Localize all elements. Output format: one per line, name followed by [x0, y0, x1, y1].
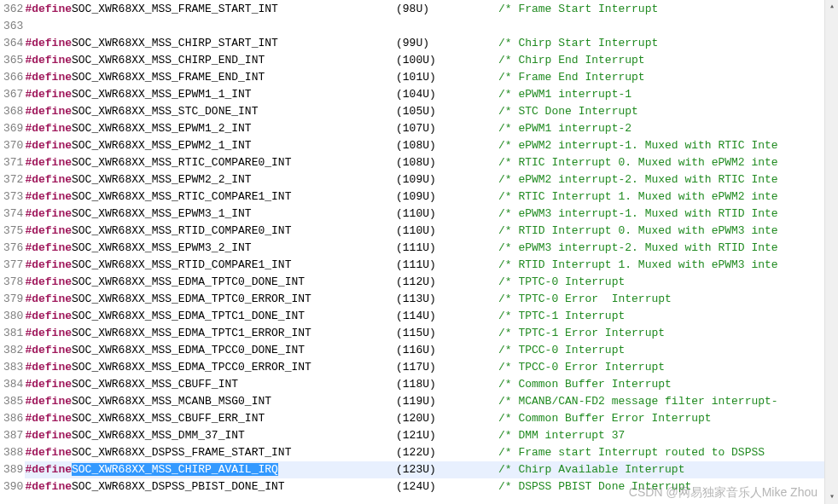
preprocessor-keyword: #define: [25, 120, 72, 137]
macro-name[interactable]: SOC_XWR68XX_MSS_MCANB_MSG0_INT: [72, 395, 271, 408]
macro-value: (104U): [396, 88, 436, 101]
line-number: 376: [3, 240, 23, 257]
preprocessor-keyword: #define: [25, 103, 72, 120]
code-line[interactable]: #define SOC_XWR68XX_MSS_EDMA_TPCC0_ERROR…: [25, 359, 838, 376]
macro-name[interactable]: SOC_XWR68XX_MSS_EPWM3_2_INT: [72, 241, 252, 254]
macro-value: (122U): [396, 446, 436, 459]
comment: /* ePWM1 interrupt-2: [498, 120, 631, 137]
comment: /* RTID Interrupt 0. Muxed with ePWM3 in…: [498, 223, 778, 240]
macro-name[interactable]: SOC_XWR68XX_MSS_EPWM1_1_INT: [72, 88, 252, 101]
macro-value: (115U): [396, 327, 436, 339]
code-line[interactable]: #define SOC_XWR68XX_MSS_EPWM2_2_INT(109U…: [25, 171, 838, 188]
code-line[interactable]: #define SOC_XWR68XX_MSS_FRAME_START_INT(…: [25, 1, 838, 18]
comment: /* ePWM3 interrupt-2. Muxed with RTID In…: [498, 240, 778, 257]
code-line[interactable]: #define SOC_XWR68XX_MSS_FRAME_END_INT(10…: [25, 69, 838, 86]
scroll-down-button[interactable]: ▾: [825, 490, 838, 504]
code-line[interactable]: #define SOC_XWR68XX_MSS_CHIRP_END_INT(10…: [25, 52, 838, 69]
macro-name[interactable]: SOC_XWR68XX_MSS_EDMA_TPTC0_DONE_INT: [72, 275, 305, 288]
code-line[interactable]: #define SOC_XWR68XX_MSS_DMM_37_INT(121U)…: [25, 427, 838, 444]
code-line[interactable]: #define SOC_XWR68XX_MSS_EPWM3_2_INT(111U…: [25, 240, 838, 257]
macro-value: (110U): [396, 207, 436, 220]
line-number: 371: [3, 154, 23, 171]
macro-value: (107U): [396, 122, 436, 135]
code-line[interactable]: #define SOC_XWR68XX_MSS_RTID_COMPARE1_IN…: [25, 257, 838, 274]
macro-name[interactable]: SOC_XWR68XX_MSS_EDMA_TPCC0_DONE_INT: [72, 344, 305, 356]
code-line[interactable]: #define SOC_XWR68XX_MSS_CHIRP_START_INT(…: [25, 35, 838, 52]
macro-name[interactable]: SOC_XWR68XX_MSS_EDMA_TPTC0_ERROR_INT: [72, 293, 311, 305]
code-line[interactable]: #define SOC_XWR68XX_MSS_EPWM1_2_INT(107U…: [25, 120, 838, 137]
code-line[interactable]: #define SOC_XWR68XX_MSS_MCANB_MSG0_INT(1…: [25, 393, 838, 410]
macro-value: (117U): [396, 361, 436, 374]
line-number: 363: [3, 18, 23, 35]
scroll-up-button[interactable]: ▴: [825, 0, 838, 14]
macro-name[interactable]: SOC_XWR68XX_MSS_RTIC_COMPARE0_INT: [72, 156, 291, 169]
macro-value: (105U): [396, 105, 436, 118]
macro-value: (123U): [396, 463, 436, 476]
comment: /* TPTC-0 Interrupt: [498, 274, 625, 291]
macro-value: (120U): [396, 412, 436, 425]
code-line[interactable]: #define SOC_XWR68XX_MSS_RTIC_COMPARE0_IN…: [25, 154, 838, 171]
code-line[interactable]: #define SOC_XWR68XX_MSS_EDMA_TPTC1_ERROR…: [25, 325, 838, 342]
line-number: 384: [3, 376, 23, 393]
macro-name[interactable]: SOC_XWR68XX_DSPSS_FRAME_START_INT: [72, 446, 291, 459]
comment: /* ePWM2 interrupt-1. Muxed with RTIC In…: [498, 137, 778, 154]
macro-name[interactable]: SOC_XWR68XX_MSS_CHIRP_START_INT: [72, 37, 278, 49]
line-number: 369: [3, 120, 23, 137]
code-editor[interactable]: 3623633643653663673683693703713723733743…: [0, 0, 838, 504]
preprocessor-keyword: #define: [25, 257, 72, 274]
macro-name[interactable]: SOC_XWR68XX_MSS_EPWM1_2_INT: [72, 122, 252, 135]
macro-value: (118U): [396, 378, 436, 391]
macro-name[interactable]: SOC_XWR68XX_MSS_CBUFF_INT: [72, 378, 238, 391]
macro-name[interactable]: SOC_XWR68XX_MSS_EDMA_TPCC0_ERROR_INT: [72, 361, 311, 374]
macro-name[interactable]: SOC_XWR68XX_DSPSS_PBIST_DONE_INT: [72, 480, 285, 493]
comment: /* DMM interrupt 37: [498, 427, 625, 444]
vertical-scrollbar[interactable]: ▴ ▾: [824, 0, 838, 504]
macro-name[interactable]: SOC_XWR68XX_MSS_RTIC_COMPARE1_INT: [72, 190, 291, 203]
macro-name[interactable]: SOC_XWR68XX_MSS_EDMA_TPTC1_ERROR_INT: [72, 327, 311, 339]
code-line[interactable]: #define SOC_XWR68XX_MSS_EDMA_TPTC0_ERROR…: [25, 291, 838, 308]
code-line[interactable]: #define SOC_XWR68XX_MSS_CBUFF_ERR_INT(12…: [25, 410, 838, 427]
macro-name[interactable]: SOC_XWR68XX_MSS_CBUFF_ERR_INT: [72, 412, 265, 425]
preprocessor-keyword: #define: [25, 427, 72, 444]
macro-name[interactable]: SOC_XWR68XX_MSS_EPWM3_1_INT: [72, 207, 252, 220]
line-number: 366: [3, 69, 23, 86]
line-number: 380: [3, 308, 23, 325]
macro-name[interactable]: SOC_XWR68XX_MSS_DMM_37_INT: [72, 429, 245, 442]
code-line[interactable]: #define SOC_XWR68XX_MSS_RTIC_COMPARE1_IN…: [25, 188, 838, 206]
comment: /* Chirp Available Interrupt: [498, 461, 684, 478]
code-line[interactable]: #define SOC_XWR68XX_MSS_RTID_COMPARE0_IN…: [25, 223, 838, 240]
code-line[interactable]: #define SOC_XWR68XX_MSS_EDMA_TPCC0_DONE_…: [25, 342, 838, 359]
code-line[interactable]: #define SOC_XWR68XX_MSS_EPWM1_1_INT(104U…: [25, 86, 838, 103]
macro-value: (99U): [396, 37, 429, 49]
macro-value: (124U): [396, 480, 436, 493]
code-line[interactable]: #define SOC_XWR68XX_MSS_EPWM3_1_INT(110U…: [25, 206, 838, 223]
macro-name[interactable]: SOC_XWR68XX_MSS_CHIRP_END_INT: [72, 54, 265, 67]
macro-name[interactable]: SOC_XWR68XX_MSS_FRAME_END_INT: [72, 71, 265, 84]
macro-name[interactable]: SOC_XWR68XX_MSS_CHIRP_AVAIL_IRQ: [72, 463, 278, 476]
macro-name[interactable]: SOC_XWR68XX_MSS_EDMA_TPTC1_DONE_INT: [72, 310, 305, 322]
comment: /* RTID Interrupt 1. Muxed with ePWM3 in…: [498, 257, 778, 274]
macro-name[interactable]: SOC_XWR68XX_MSS_FRAME_START_INT: [72, 3, 278, 15]
line-number: 377: [3, 257, 23, 274]
code-line[interactable]: #define SOC_XWR68XX_DSPSS_PBIST_DONE_INT…: [25, 478, 838, 495]
macro-name[interactable]: SOC_XWR68XX_MSS_RTID_COMPARE1_INT: [72, 258, 291, 271]
code-line[interactable]: [25, 18, 838, 35]
code-line[interactable]: #define SOC_XWR68XX_MSS_EDMA_TPTC1_DONE_…: [25, 308, 838, 325]
line-number: 364: [3, 35, 23, 52]
comment: /* STC Done Interrupt: [498, 103, 638, 120]
line-number: 374: [3, 206, 23, 223]
code-line[interactable]: #define SOC_XWR68XX_MSS_CHIRP_AVAIL_IRQ(…: [25, 461, 838, 478]
code-line[interactable]: #define SOC_XWR68XX_MSS_EDMA_TPTC0_DONE_…: [25, 274, 838, 291]
code-line[interactable]: #define SOC_XWR68XX_MSS_CBUFF_INT(118U)/…: [25, 376, 838, 393]
line-number: 390: [3, 478, 23, 495]
preprocessor-keyword: #define: [25, 1, 72, 18]
code-line[interactable]: #define SOC_XWR68XX_DSPSS_FRAME_START_IN…: [25, 444, 838, 461]
macro-name[interactable]: SOC_XWR68XX_MSS_STC_DONE_INT: [72, 105, 258, 118]
code-line[interactable]: #define SOC_XWR68XX_MSS_EPWM2_1_INT(108U…: [25, 137, 838, 154]
macro-name[interactable]: SOC_XWR68XX_MSS_EPWM2_1_INT: [72, 139, 252, 152]
comment: /* DSPSS PBIST Done Interrupt: [498, 478, 691, 495]
macro-name[interactable]: SOC_XWR68XX_MSS_RTID_COMPARE0_INT: [72, 224, 291, 237]
code-area[interactable]: #define SOC_XWR68XX_MSS_FRAME_START_INT(…: [25, 0, 838, 504]
macro-name[interactable]: SOC_XWR68XX_MSS_EPWM2_2_INT: [72, 173, 252, 186]
code-line[interactable]: #define SOC_XWR68XX_MSS_STC_DONE_INT(105…: [25, 103, 838, 120]
